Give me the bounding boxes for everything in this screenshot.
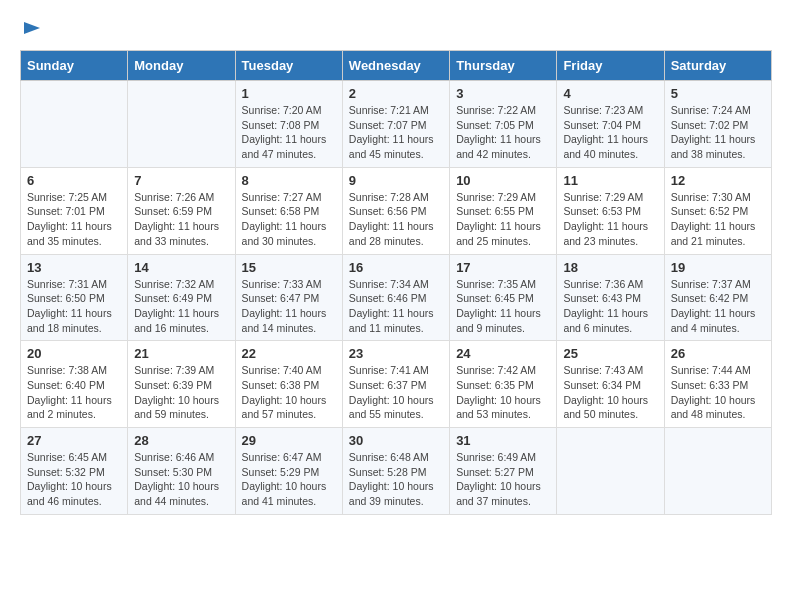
day-number: 19 (671, 260, 765, 275)
day-number: 17 (456, 260, 550, 275)
week-row-3: 13Sunrise: 7:31 AM Sunset: 6:50 PM Dayli… (21, 254, 772, 341)
day-detail: Sunrise: 6:47 AM Sunset: 5:29 PM Dayligh… (242, 450, 336, 509)
day-number: 4 (563, 86, 657, 101)
day-detail: Sunrise: 7:37 AM Sunset: 6:42 PM Dayligh… (671, 277, 765, 336)
day-cell: 10Sunrise: 7:29 AM Sunset: 6:55 PM Dayli… (450, 167, 557, 254)
week-row-5: 27Sunrise: 6:45 AM Sunset: 5:32 PM Dayli… (21, 428, 772, 515)
day-number: 21 (134, 346, 228, 361)
day-detail: Sunrise: 7:36 AM Sunset: 6:43 PM Dayligh… (563, 277, 657, 336)
day-detail: Sunrise: 7:31 AM Sunset: 6:50 PM Dayligh… (27, 277, 121, 336)
day-number: 12 (671, 173, 765, 188)
day-cell: 1Sunrise: 7:20 AM Sunset: 7:08 PM Daylig… (235, 81, 342, 168)
calendar-table: SundayMondayTuesdayWednesdayThursdayFrid… (20, 50, 772, 515)
day-detail: Sunrise: 7:29 AM Sunset: 6:55 PM Dayligh… (456, 190, 550, 249)
day-detail: Sunrise: 7:28 AM Sunset: 6:56 PM Dayligh… (349, 190, 443, 249)
day-detail: Sunrise: 7:38 AM Sunset: 6:40 PM Dayligh… (27, 363, 121, 422)
week-row-1: 1Sunrise: 7:20 AM Sunset: 7:08 PM Daylig… (21, 81, 772, 168)
day-detail: Sunrise: 7:24 AM Sunset: 7:02 PM Dayligh… (671, 103, 765, 162)
day-number: 24 (456, 346, 550, 361)
day-cell: 16Sunrise: 7:34 AM Sunset: 6:46 PM Dayli… (342, 254, 449, 341)
day-cell: 31Sunrise: 6:49 AM Sunset: 5:27 PM Dayli… (450, 428, 557, 515)
day-detail: Sunrise: 7:21 AM Sunset: 7:07 PM Dayligh… (349, 103, 443, 162)
day-number: 5 (671, 86, 765, 101)
day-detail: Sunrise: 7:33 AM Sunset: 6:47 PM Dayligh… (242, 277, 336, 336)
week-row-4: 20Sunrise: 7:38 AM Sunset: 6:40 PM Dayli… (21, 341, 772, 428)
day-number: 15 (242, 260, 336, 275)
day-cell: 15Sunrise: 7:33 AM Sunset: 6:47 PM Dayli… (235, 254, 342, 341)
day-detail: Sunrise: 7:20 AM Sunset: 7:08 PM Dayligh… (242, 103, 336, 162)
day-number: 14 (134, 260, 228, 275)
day-number: 31 (456, 433, 550, 448)
day-number: 20 (27, 346, 121, 361)
day-cell: 21Sunrise: 7:39 AM Sunset: 6:39 PM Dayli… (128, 341, 235, 428)
day-detail: Sunrise: 7:42 AM Sunset: 6:35 PM Dayligh… (456, 363, 550, 422)
day-number: 30 (349, 433, 443, 448)
day-detail: Sunrise: 7:35 AM Sunset: 6:45 PM Dayligh… (456, 277, 550, 336)
day-cell: 22Sunrise: 7:40 AM Sunset: 6:38 PM Dayli… (235, 341, 342, 428)
day-number: 10 (456, 173, 550, 188)
day-number: 13 (27, 260, 121, 275)
header-cell-sunday: Sunday (21, 51, 128, 81)
day-cell: 27Sunrise: 6:45 AM Sunset: 5:32 PM Dayli… (21, 428, 128, 515)
day-number: 9 (349, 173, 443, 188)
day-detail: Sunrise: 7:41 AM Sunset: 6:37 PM Dayligh… (349, 363, 443, 422)
day-detail: Sunrise: 7:23 AM Sunset: 7:04 PM Dayligh… (563, 103, 657, 162)
day-cell: 9Sunrise: 7:28 AM Sunset: 6:56 PM Daylig… (342, 167, 449, 254)
header-cell-saturday: Saturday (664, 51, 771, 81)
day-number: 25 (563, 346, 657, 361)
day-cell (557, 428, 664, 515)
day-cell (664, 428, 771, 515)
day-number: 6 (27, 173, 121, 188)
day-cell (21, 81, 128, 168)
day-number: 2 (349, 86, 443, 101)
day-cell: 29Sunrise: 6:47 AM Sunset: 5:29 PM Dayli… (235, 428, 342, 515)
header-row: SundayMondayTuesdayWednesdayThursdayFrid… (21, 51, 772, 81)
day-cell: 4Sunrise: 7:23 AM Sunset: 7:04 PM Daylig… (557, 81, 664, 168)
day-detail: Sunrise: 7:29 AM Sunset: 6:53 PM Dayligh… (563, 190, 657, 249)
day-cell: 14Sunrise: 7:32 AM Sunset: 6:49 PM Dayli… (128, 254, 235, 341)
day-number: 26 (671, 346, 765, 361)
header-cell-wednesday: Wednesday (342, 51, 449, 81)
day-detail: Sunrise: 7:39 AM Sunset: 6:39 PM Dayligh… (134, 363, 228, 422)
day-number: 1 (242, 86, 336, 101)
day-cell: 18Sunrise: 7:36 AM Sunset: 6:43 PM Dayli… (557, 254, 664, 341)
svg-marker-0 (24, 22, 40, 34)
day-number: 27 (27, 433, 121, 448)
day-cell: 19Sunrise: 7:37 AM Sunset: 6:42 PM Dayli… (664, 254, 771, 341)
day-cell: 11Sunrise: 7:29 AM Sunset: 6:53 PM Dayli… (557, 167, 664, 254)
header-cell-monday: Monday (128, 51, 235, 81)
day-cell: 20Sunrise: 7:38 AM Sunset: 6:40 PM Dayli… (21, 341, 128, 428)
day-cell: 24Sunrise: 7:42 AM Sunset: 6:35 PM Dayli… (450, 341, 557, 428)
day-number: 3 (456, 86, 550, 101)
day-cell: 7Sunrise: 7:26 AM Sunset: 6:59 PM Daylig… (128, 167, 235, 254)
day-number: 18 (563, 260, 657, 275)
logo-flag-icon (22, 20, 42, 40)
day-detail: Sunrise: 7:27 AM Sunset: 6:58 PM Dayligh… (242, 190, 336, 249)
day-number: 28 (134, 433, 228, 448)
day-cell: 23Sunrise: 7:41 AM Sunset: 6:37 PM Dayli… (342, 341, 449, 428)
day-number: 29 (242, 433, 336, 448)
day-number: 16 (349, 260, 443, 275)
day-detail: Sunrise: 6:45 AM Sunset: 5:32 PM Dayligh… (27, 450, 121, 509)
day-cell (128, 81, 235, 168)
day-cell: 17Sunrise: 7:35 AM Sunset: 6:45 PM Dayli… (450, 254, 557, 341)
header-cell-thursday: Thursday (450, 51, 557, 81)
day-detail: Sunrise: 7:26 AM Sunset: 6:59 PM Dayligh… (134, 190, 228, 249)
day-cell: 25Sunrise: 7:43 AM Sunset: 6:34 PM Dayli… (557, 341, 664, 428)
day-number: 8 (242, 173, 336, 188)
header-cell-friday: Friday (557, 51, 664, 81)
day-cell: 5Sunrise: 7:24 AM Sunset: 7:02 PM Daylig… (664, 81, 771, 168)
day-cell: 3Sunrise: 7:22 AM Sunset: 7:05 PM Daylig… (450, 81, 557, 168)
day-number: 7 (134, 173, 228, 188)
day-number: 11 (563, 173, 657, 188)
day-number: 23 (349, 346, 443, 361)
day-cell: 6Sunrise: 7:25 AM Sunset: 7:01 PM Daylig… (21, 167, 128, 254)
day-cell: 30Sunrise: 6:48 AM Sunset: 5:28 PM Dayli… (342, 428, 449, 515)
day-detail: Sunrise: 7:30 AM Sunset: 6:52 PM Dayligh… (671, 190, 765, 249)
header-cell-tuesday: Tuesday (235, 51, 342, 81)
day-detail: Sunrise: 6:48 AM Sunset: 5:28 PM Dayligh… (349, 450, 443, 509)
day-detail: Sunrise: 7:44 AM Sunset: 6:33 PM Dayligh… (671, 363, 765, 422)
day-detail: Sunrise: 7:22 AM Sunset: 7:05 PM Dayligh… (456, 103, 550, 162)
page-header (20, 20, 772, 40)
week-row-2: 6Sunrise: 7:25 AM Sunset: 7:01 PM Daylig… (21, 167, 772, 254)
